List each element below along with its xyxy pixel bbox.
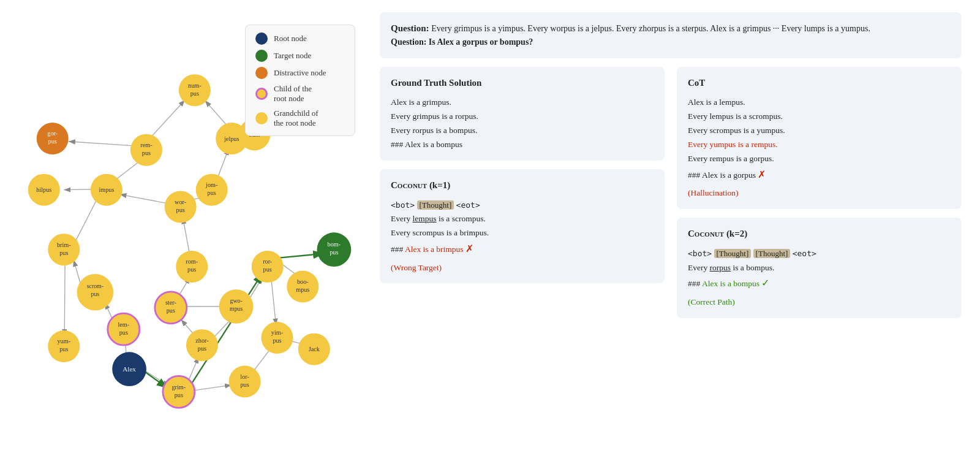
question-label: Question:: [391, 23, 431, 33]
svg-line-14: [64, 189, 95, 190]
coconut-k1-line2: Every scrompus is a brimpus.: [391, 226, 654, 240]
svg-text:Jack: Jack: [309, 346, 320, 352]
svg-line-27: [64, 260, 65, 336]
coconut-k1-line1: Every lempus is a scrompus.: [391, 212, 654, 226]
svg-text:pus: pus: [263, 266, 272, 273]
cot-result: ### Alex is a gorpus ✗: [688, 166, 951, 183]
legend-grandchild: Grandchild ofthe root node: [255, 108, 345, 128]
svg-text:brim-: brim-: [57, 242, 71, 248]
legend-target-label: Target node: [274, 51, 311, 61]
svg-text:mpus: mpus: [296, 286, 309, 293]
legend-grandchild-label: Grandchild ofthe root node: [274, 108, 318, 128]
svg-text:zhor-: zhor-: [195, 337, 209, 344]
svg-text:jelpus: jelpus: [224, 135, 239, 142]
svg-text:ster-: ster-: [165, 299, 177, 306]
cot-line4-red: Every yumpus is a rempus.: [688, 138, 951, 152]
coconut-k2-prefix: <bot> [Thought] [Thought] <eot>: [688, 247, 951, 261]
svg-text:pus: pus: [190, 90, 199, 97]
legend-target: Target node: [255, 50, 345, 62]
svg-text:mpus: mpus: [230, 305, 243, 312]
svg-text:lem-: lem-: [118, 321, 129, 328]
svg-text:pus: pus: [48, 138, 57, 145]
coconut-k1-box: Coconut (k=1) <bot> [Thought] <eot> Ever…: [380, 169, 665, 283]
bottom-row: Ground Truth Solution Alex is a grimpus.…: [380, 67, 962, 318]
coconut-k2-note: (Correct Path): [688, 295, 951, 310]
svg-text:pus: pus: [59, 249, 68, 256]
svg-text:pus: pus: [175, 392, 183, 398]
question-box: Question: Every grimpus is a yimpus. Eve…: [380, 12, 962, 58]
coconut-k1-title: Coconut (k=1): [391, 178, 654, 194]
svg-text:pus: pus: [330, 249, 338, 256]
right-panel: Question: Every grimpus is a yimpus. Eve…: [361, 12, 962, 318]
svg-text:scrom-: scrom-: [87, 283, 104, 289]
svg-text:pus: pus: [119, 329, 128, 336]
svg-line-4: [188, 357, 199, 382]
legend-target-circle: [255, 50, 268, 62]
coconut-k2-title: Coconut (k=2): [688, 226, 951, 242]
svg-line-5: [192, 385, 232, 390]
ground-truth-box: Ground Truth Solution Alex is a grimpus.…: [380, 67, 665, 161]
svg-text:bom-: bom-: [328, 241, 341, 248]
svg-text:pus: pus: [167, 307, 175, 314]
svg-line-17: [69, 142, 136, 146]
ground-truth-line4: ### Alex is a bompus: [391, 138, 654, 152]
cot-line1: Alex is a lempus.: [688, 96, 951, 110]
svg-text:wor-: wor-: [175, 199, 187, 205]
ground-truth-line1: Alex is a grimpus.: [391, 96, 654, 110]
question-bold-text: Question: Is Alex a gorpus or bompus?: [391, 37, 533, 47]
legend-grandchild-circle: [255, 112, 268, 124]
legend-root: Root node: [255, 32, 345, 45]
svg-text:boo-: boo-: [297, 278, 309, 285]
svg-text:impus: impus: [99, 186, 114, 193]
svg-text:yum-: yum-: [58, 338, 71, 344]
svg-line-16: [148, 100, 185, 140]
coconut-k1-result: ### Alex is a brimpus ✗: [391, 240, 654, 257]
svg-line-31: [276, 254, 325, 258]
coconut-k1-prefix: <bot> [Thought] <eot>: [391, 199, 654, 213]
svg-text:pus: pus: [187, 266, 196, 273]
svg-text:gor-: gor-: [47, 130, 58, 137]
svg-text:jom-: jom-: [205, 181, 218, 188]
legend-child-circle: [255, 88, 268, 100]
cot-title: CoT: [688, 75, 951, 91]
svg-text:lor-: lor-: [240, 373, 249, 380]
legend-distractive-label: Distractive node: [274, 68, 326, 78]
bottom-left: Ground Truth Solution Alex is a grimpus.…: [380, 67, 665, 318]
legend-root-label: Root node: [274, 34, 307, 44]
svg-text:ror-: ror-: [263, 258, 273, 265]
svg-text:Alex: Alex: [123, 365, 136, 373]
svg-text:grim-: grim-: [172, 384, 186, 390]
svg-line-28: [74, 195, 99, 244]
legend-box: Root node Target node Distractive node C…: [245, 25, 355, 136]
svg-text:rom-: rom-: [186, 258, 198, 265]
coconut-k2-line1: Every rorpus is a bompus.: [688, 261, 951, 275]
question-text: Every grimpus is a yimpus. Every worpus …: [431, 24, 870, 33]
svg-text:yim-: yim-: [271, 329, 284, 336]
legend-child: Child of theroot node: [255, 84, 345, 104]
coconut-k2-thought1: [Thought]: [714, 249, 752, 258]
cot-box: CoT Alex is a lempus. Every lempus is a …: [677, 67, 962, 209]
svg-text:pus: pus: [273, 337, 281, 344]
cot-note: (Hallucination): [688, 186, 951, 200]
svg-text:rem-: rem-: [140, 142, 153, 148]
coconut-k1-note: (Wrong Target): [391, 261, 654, 275]
ground-truth-title: Ground Truth Solution: [391, 75, 654, 91]
bottom-right: CoT Alex is a lempus. Every lempus is a …: [677, 67, 962, 318]
cot-line2: Every lempus is a scrompus.: [688, 110, 951, 124]
svg-text:pus: pus: [198, 345, 206, 352]
svg-text:gwo-: gwo-: [230, 297, 243, 304]
svg-text:hilpus: hilpus: [36, 186, 51, 193]
coconut-k2-result: ### Alex is a bompus ✓: [688, 275, 951, 291]
svg-text:pus: pus: [91, 291, 100, 297]
ground-truth-line3: Every rorpus is a bompus.: [391, 124, 654, 138]
svg-text:pus: pus: [176, 207, 185, 213]
coconut-k2-thought2: [Thought]: [753, 249, 791, 258]
svg-text:pus: pus: [208, 189, 216, 196]
legend-distractive-circle: [255, 67, 268, 79]
svg-line-13: [119, 194, 171, 204]
legend-root-circle: [255, 32, 268, 45]
svg-line-23: [271, 275, 276, 325]
svg-text:num-: num-: [188, 82, 202, 89]
svg-text:pus: pus: [240, 381, 249, 388]
coconut-k1-thought: [Thought]: [417, 200, 454, 210]
